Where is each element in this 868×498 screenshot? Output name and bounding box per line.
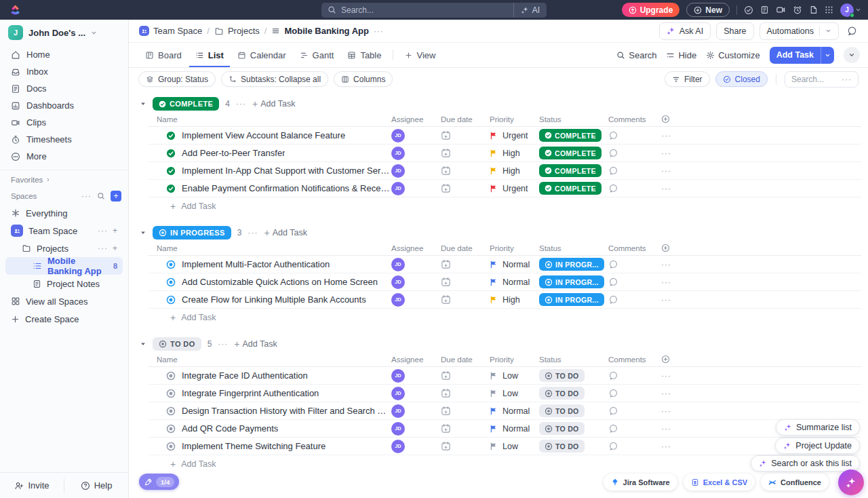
sidebar-item-create-space[interactable]: Create Space [5, 310, 123, 328]
task-row[interactable]: Add Customizable Quick Actions on Home S… [149, 273, 861, 291]
task-row[interactable]: Design Transaction History with Filter a… [149, 402, 861, 420]
tab-table[interactable]: Table [341, 43, 387, 67]
add-task-row[interactable]: +Add Task [149, 309, 861, 326]
assignee-avatar[interactable]: JD [391, 275, 405, 289]
column-header-status[interactable]: Status [539, 115, 608, 123]
workspace-switcher[interactable]: J John Doe's ... [0, 20, 128, 45]
task-status-icon[interactable] [166, 424, 176, 434]
breadcrumb-menu-icon[interactable] [374, 26, 384, 36]
status-badge[interactable]: TO DO [539, 422, 585, 435]
add-column-icon[interactable] [661, 115, 861, 123]
team-space-add-icon[interactable]: + [113, 226, 117, 235]
search-or-ask-button[interactable]: Search or ask this list [751, 455, 860, 472]
task-menu-icon[interactable] [661, 389, 671, 398]
task-row[interactable]: Enable Payment Confirmation Notification… [149, 180, 861, 197]
sidebar-item-projects-folder[interactable]: Projects+ [5, 240, 123, 257]
list-search-menu-icon[interactable]: ··· [842, 75, 852, 84]
comment-bubble-icon[interactable] [608, 183, 661, 193]
add-due-date-icon[interactable] [441, 166, 490, 176]
column-header-due-date[interactable]: Due date [441, 244, 490, 252]
group-menu-icon[interactable] [236, 99, 246, 109]
comment-bubble-icon[interactable] [608, 294, 661, 305]
view-search-button[interactable]: Search [616, 50, 656, 60]
sidebar-item-view-all-spaces[interactable]: View all Spaces [5, 292, 123, 310]
comment-bubble-icon[interactable] [608, 130, 661, 140]
add-task-dropdown-icon[interactable] [821, 47, 834, 64]
comment-bubble-icon[interactable] [608, 388, 661, 398]
closed-chip[interactable]: Closed [715, 71, 768, 87]
help-button[interactable]: Help [64, 473, 128, 498]
priority-cell[interactable]: Low [490, 389, 539, 398]
add-due-date-icon[interactable] [441, 406, 490, 416]
add-due-date-icon[interactable] [441, 294, 490, 305]
sidebar-item-more[interactable]: More [5, 148, 123, 165]
task-status-icon[interactable] [166, 295, 176, 305]
task-complete-icon[interactable] [166, 149, 176, 158]
priority-cell[interactable]: Normal [490, 260, 539, 269]
sidebar-item-docs[interactable]: Docs [5, 80, 123, 97]
add-due-date-icon[interactable] [441, 183, 490, 193]
sidebar-item-home[interactable]: Home [5, 46, 123, 63]
sidebar-item-mobile-banking-app[interactable]: Mobile Banking App8 [5, 257, 123, 275]
sidebar-item-everything[interactable]: Everything [5, 204, 123, 222]
team-space-menu-icon[interactable] [98, 226, 108, 235]
topbar-ai-button[interactable]: AI [513, 3, 547, 18]
tab-board[interactable]: Board [139, 43, 188, 67]
collapse-caret-icon[interactable] [140, 100, 146, 107]
customize-button[interactable]: Customize [706, 50, 760, 60]
add-due-date-icon[interactable] [441, 441, 490, 451]
assignee-avatar[interactable]: JD [391, 147, 405, 160]
projects-add-icon[interactable]: + [113, 244, 117, 253]
column-header-name[interactable]: Name [149, 244, 391, 252]
clickup-logo-icon[interactable] [9, 4, 21, 16]
status-badge[interactable]: COMPLETE [539, 129, 601, 142]
add-due-date-icon[interactable] [441, 148, 490, 158]
column-header-assignee[interactable]: Assignee [391, 115, 441, 123]
assignee-avatar[interactable]: JD [391, 258, 405, 271]
priority-cell[interactable]: High [490, 149, 539, 158]
tab-list[interactable]: List [189, 43, 230, 67]
add-column-icon[interactable] [661, 355, 861, 364]
status-badge[interactable]: TO DO [539, 369, 585, 382]
collapse-caret-icon[interactable] [140, 341, 146, 347]
reminder-clock-icon[interactable] [793, 5, 802, 15]
priority-cell[interactable]: Low [490, 442, 539, 451]
notepad-icon[interactable] [760, 5, 769, 14]
summarize-list-button[interactable]: Summarize list [776, 419, 860, 436]
projects-menu-icon[interactable] [98, 244, 108, 253]
comment-bubble-icon[interactable] [608, 277, 661, 287]
jira-software-button[interactable]: Jira Software [604, 474, 677, 491]
priority-cell[interactable]: High [490, 295, 539, 305]
sidebar-item-team-space[interactable]: Team Space+ [5, 222, 123, 240]
breadcrumb-space[interactable]: Team Space [139, 26, 202, 36]
task-menu-icon[interactable] [661, 131, 671, 140]
add-due-date-icon[interactable] [441, 370, 490, 381]
comment-bubble-icon[interactable] [608, 406, 661, 416]
collapse-caret-icon[interactable] [140, 229, 146, 236]
breadcrumb-folder[interactable]: Projects [214, 26, 260, 36]
comment-bubble-icon[interactable] [608, 148, 661, 158]
assignee-avatar[interactable]: JD [391, 293, 405, 307]
excel-csv-button[interactable]: Excel & CSV [684, 474, 755, 491]
priority-cell[interactable]: Normal [490, 424, 539, 434]
tasks-check-icon[interactable] [744, 5, 753, 15]
status-badge[interactable]: IN PROGR... [539, 275, 604, 288]
column-header-status[interactable]: Status [539, 356, 608, 364]
sidebar-item-inbox[interactable]: Inbox [5, 63, 123, 80]
group-add-task-button[interactable]: +Add Task [252, 98, 295, 109]
task-row[interactable]: Add Peer-to-Peer TransferJDHighCOMPLETE [149, 145, 861, 162]
task-row[interactable]: Implement Multi-Factor AuthenticationJDN… [149, 256, 861, 273]
project-update-button[interactable]: Project Update [775, 438, 860, 454]
task-status-icon[interactable] [166, 277, 176, 287]
spaces-menu-icon[interactable] [81, 191, 92, 201]
comment-bubble-icon[interactable] [608, 370, 661, 381]
add-task-button[interactable]: Add Task [770, 47, 834, 64]
assignee-avatar[interactable]: JD [391, 422, 405, 436]
status-badge[interactable]: IN PROGR... [539, 258, 604, 271]
onboarding-progress-pill[interactable]: 1/4 [139, 474, 179, 490]
assignee-avatar[interactable]: JD [391, 182, 405, 195]
status-badge[interactable]: TO DO [539, 387, 585, 400]
task-row[interactable]: Add QR Code PaymentsJDNormalTO DO [149, 420, 861, 438]
column-header-assignee[interactable]: Assignee [391, 356, 441, 364]
global-search-input[interactable]: Search... AI [321, 3, 547, 18]
